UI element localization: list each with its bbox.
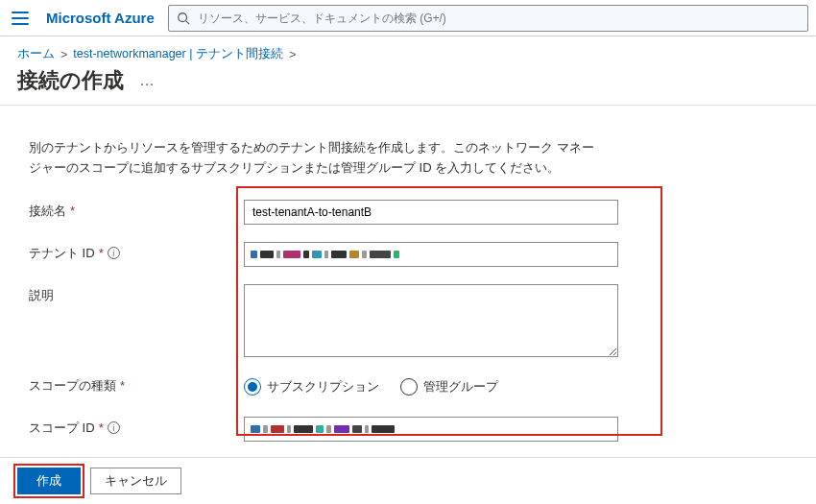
info-icon[interactable]: i [108, 421, 120, 434]
scope-id-label: スコープ ID * i [29, 417, 221, 437]
scope-type-subscription[interactable]: サブスクリプション [244, 378, 379, 396]
breadcrumb-parent[interactable]: test-networkmanager | テナント間接続 [73, 46, 283, 62]
create-button[interactable]: 作成 [17, 468, 81, 494]
description-label: 説明 [29, 284, 221, 304]
svg-line-1 [185, 20, 189, 24]
page-description: 別のテナントからリソースを管理するためのテナント間接続を作成します。このネットワ… [29, 138, 605, 179]
form-body: 別のテナントからリソースを管理するためのテナント間接続を作成します。このネットワ… [0, 106, 816, 451]
tenant-id-label: テナント ID * i [29, 242, 221, 262]
breadcrumb: ホーム > test-networkmanager | テナント間接続 > [0, 36, 816, 64]
search-icon [177, 12, 190, 25]
scope-id-input[interactable] [244, 417, 618, 442]
tenant-id-input[interactable] [244, 242, 618, 267]
scope-type-radios: サブスクリプション 管理グループ [244, 374, 647, 399]
scope-type-label: スコープの種類 * [29, 374, 221, 395]
scope-type-management-group[interactable]: 管理グループ [400, 378, 498, 396]
required-mark: * [70, 204, 75, 218]
more-icon[interactable]: … [135, 72, 160, 89]
cancel-button[interactable]: キャンセル [90, 468, 181, 494]
top-bar: Microsoft Azure [0, 0, 816, 36]
breadcrumb-home[interactable]: ホーム [17, 46, 55, 62]
form: 接続名 * テナント ID * i 説明 [29, 200, 799, 442]
svg-point-0 [179, 12, 187, 21]
required-mark: * [99, 246, 104, 260]
brand-label[interactable]: Microsoft Azure [46, 10, 155, 26]
info-icon[interactable]: i [108, 247, 120, 259]
title-bar: 接続の作成 … [0, 64, 816, 106]
footer-actions: 作成 キャンセル [0, 457, 816, 504]
search-box[interactable] [168, 5, 808, 32]
chevron-right-icon: > [60, 48, 67, 61]
menu-icon[interactable] [8, 6, 33, 31]
radio-icon [244, 378, 261, 396]
name-input[interactable] [244, 200, 618, 225]
description-input[interactable] [244, 284, 618, 357]
required-mark: * [99, 420, 104, 435]
chevron-right-icon: > [289, 48, 296, 61]
name-label: 接続名 * [29, 200, 221, 220]
radio-icon [400, 378, 418, 396]
search-input[interactable] [198, 12, 800, 25]
required-mark: * [120, 378, 125, 393]
page-title: 接続の作成 [17, 66, 124, 95]
